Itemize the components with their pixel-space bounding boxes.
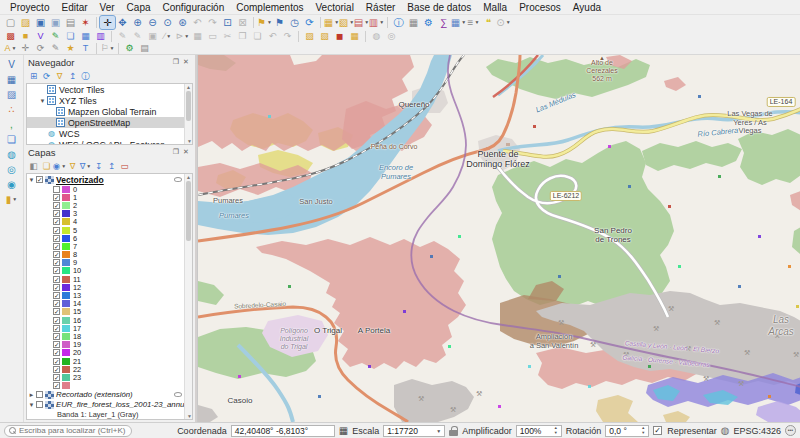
class-checkbox[interactable]: ✓ bbox=[53, 227, 60, 234]
add-selected-layers-button[interactable]: ⊞ bbox=[27, 70, 40, 82]
zoom-last-button[interactable]: ↶ bbox=[190, 16, 205, 29]
class-checkbox[interactable]: ✓ bbox=[53, 292, 60, 299]
layer-row[interactable]: ►Recortado (extensión) bbox=[27, 390, 192, 400]
browser-item-wfs-ogc-api-features[interactable]: ◍WFS / OGC API - Features bbox=[27, 139, 192, 145]
legend-class-row[interactable]: ✓14 bbox=[27, 300, 192, 308]
class-checkbox[interactable]: ✓ bbox=[53, 300, 60, 307]
zoom-in-button[interactable]: ⊕ bbox=[130, 16, 145, 29]
legend-class-row[interactable]: ✓16 bbox=[27, 316, 192, 324]
zoom-next-button[interactable]: ↷ bbox=[205, 16, 220, 29]
class-checkbox[interactable]: ✓ bbox=[53, 382, 60, 389]
open-data-source-manager-button[interactable]: ▩ bbox=[3, 31, 18, 42]
legend-class-row[interactable]: ✓13 bbox=[27, 291, 192, 299]
add-database-layer-button[interactable]: ❏ bbox=[3, 132, 21, 147]
collapse-all-button[interactable]: ↥ bbox=[105, 160, 118, 172]
menu-r-ster[interactable]: Ráster bbox=[360, 1, 401, 14]
pan-to-selection-button[interactable]: ✥ bbox=[115, 16, 130, 29]
legend-class-row[interactable]: ✓8 bbox=[27, 251, 192, 259]
new-bookmark-button[interactable]: ⚑▼ bbox=[257, 16, 272, 29]
add-wfs-layer-button[interactable]: ◉ bbox=[3, 177, 21, 192]
rotate-label-button[interactable]: ⟳ bbox=[33, 43, 48, 54]
legend-class-row[interactable]: 0 bbox=[27, 185, 192, 193]
crs-indicator[interactable]: EPSG:4326 bbox=[733, 426, 781, 436]
merge-features-button[interactable]: ◍ bbox=[369, 31, 384, 42]
modify-attributes-button[interactable]: ▦ bbox=[190, 31, 205, 42]
float-panel-icon[interactable]: ❐ bbox=[171, 148, 181, 156]
class-checkbox[interactable]: ✓ bbox=[53, 243, 60, 250]
add-group-button[interactable]: ❏ bbox=[40, 160, 53, 172]
class-checkbox[interactable]: ✓ bbox=[53, 276, 60, 283]
expander-icon[interactable]: ► bbox=[27, 392, 36, 398]
legend-class-row[interactable]: ✓20 bbox=[27, 349, 192, 357]
deselect-all-button[interactable]: ◼ bbox=[332, 31, 347, 42]
class-checkbox[interactable]: ✓ bbox=[53, 358, 60, 365]
legend-class-row[interactable]: ✓1 bbox=[27, 193, 192, 201]
browser-item-openstreetmap[interactable]: OpenStreetMap bbox=[27, 117, 192, 128]
close-panel-icon[interactable]: ✕ bbox=[181, 58, 191, 66]
new-3d-map-view-button[interactable]: ▧▼ bbox=[339, 16, 354, 29]
coordinate-capture-icon[interactable]: ▦ bbox=[339, 425, 348, 436]
browser-item-wcs[interactable]: ◍WCS bbox=[27, 128, 192, 139]
class-checkbox[interactable]: ✓ bbox=[53, 210, 60, 217]
menu-vectorial[interactable]: Vectorial bbox=[310, 1, 360, 14]
statistical-summary-button[interactable]: ∑ bbox=[436, 16, 451, 29]
open-layer-styling-button[interactable]: ◧ bbox=[27, 160, 40, 172]
layer-row[interactable]: ▼EUR_fire_forest_loss_2001-23_annual bbox=[27, 400, 192, 410]
class-checkbox[interactable]: ✓ bbox=[53, 259, 60, 266]
class-checkbox[interactable]: ✓ bbox=[53, 325, 60, 332]
vertex-tool-button[interactable]: ⊳▼ bbox=[175, 31, 190, 42]
pan-map-button[interactable]: ✛ bbox=[100, 16, 115, 29]
save-project-button[interactable]: ▣ bbox=[33, 16, 48, 29]
map-tips-button[interactable]: ❝ bbox=[481, 16, 496, 29]
current-edits-button[interactable]: ✎ bbox=[115, 31, 130, 42]
legend-class-row[interactable]: ✓11 bbox=[27, 275, 192, 283]
log-messages-button[interactable]: ▤ bbox=[137, 43, 152, 54]
class-checkbox[interactable]: ✓ bbox=[53, 366, 60, 373]
new-memory-layer-button[interactable]: ❏ bbox=[63, 31, 78, 42]
delete-selected-button[interactable]: ▭ bbox=[205, 31, 220, 42]
redo-button[interactable]: ↷ bbox=[280, 31, 295, 42]
class-checkbox[interactable]: ✓ bbox=[53, 218, 60, 225]
style-manager-button[interactable]: ✶ bbox=[78, 16, 93, 29]
refresh-map-button[interactable]: ⟳ bbox=[302, 16, 317, 29]
merge-attributes-button[interactable]: ◎ bbox=[384, 31, 399, 42]
select-all-button[interactable]: ▦ bbox=[347, 31, 362, 42]
zoom-to-selection-button[interactable]: ⊠ bbox=[235, 16, 250, 29]
render-toggle[interactable]: ✓ Representar bbox=[653, 426, 717, 436]
add-delimited-text-layer-button[interactable]: , bbox=[3, 117, 21, 132]
digitize-button[interactable]: ∕▼ bbox=[160, 31, 175, 42]
class-checkbox[interactable]: ✓ bbox=[53, 341, 60, 348]
class-checkbox[interactable]: ✓ bbox=[53, 202, 60, 209]
class-checkbox[interactable] bbox=[53, 186, 60, 193]
add-arcgis-layer-button[interactable]: ▮▼ bbox=[3, 192, 21, 207]
new-geopackage-layer-button[interactable]: ■ bbox=[18, 31, 33, 42]
copy-features-button[interactable]: ❐ bbox=[235, 31, 250, 42]
browser-properties-button[interactable]: ⓘ bbox=[79, 70, 92, 82]
legend-class-row[interactable]: ✓7 bbox=[27, 242, 192, 250]
measure-button[interactable]: ≡▼ bbox=[466, 16, 481, 29]
menu-proyecto[interactable]: Proyecto bbox=[4, 1, 55, 14]
menu-procesos[interactable]: Procesos bbox=[513, 1, 567, 14]
legend-class-row[interactable]: ✓5 bbox=[27, 226, 192, 234]
legend-class-row[interactable]: ✓3 bbox=[27, 210, 192, 218]
class-checkbox[interactable]: ✓ bbox=[53, 284, 60, 291]
legend-class-row[interactable]: ✓ bbox=[27, 382, 192, 390]
expander-icon[interactable]: ▼ bbox=[27, 402, 36, 408]
add-point-cloud-layer-button[interactable]: ∴ bbox=[3, 102, 21, 117]
class-checkbox[interactable]: ✓ bbox=[53, 333, 60, 340]
class-checkbox[interactable]: ✓ bbox=[53, 194, 60, 201]
browser-scrollbar[interactable]: ▲▼ bbox=[184, 84, 192, 144]
collapse-all-browser-button[interactable]: ↥ bbox=[66, 70, 79, 82]
layer-row-vectorizado[interactable]: ▼✓Vectorizado bbox=[27, 174, 192, 185]
browser-item-mapzen-global-terrain[interactable]: Mapzen Global Terrain bbox=[27, 106, 192, 117]
undo-button[interactable]: ↶ bbox=[265, 31, 280, 42]
zoom-full-button[interactable]: ⊛ bbox=[175, 16, 190, 29]
legend-class-row[interactable]: ✓9 bbox=[27, 259, 192, 267]
class-checkbox[interactable]: ✓ bbox=[53, 308, 60, 315]
class-checkbox[interactable]: ✓ bbox=[53, 374, 60, 381]
legend-class-row[interactable]: ✓18 bbox=[27, 332, 192, 340]
field-calculator-button[interactable]: ▦▼ bbox=[451, 16, 466, 29]
filter-legend-button[interactable]: ∇ bbox=[66, 160, 79, 172]
manage-map-themes-button[interactable]: ◉▼ bbox=[53, 160, 66, 172]
annotations-button[interactable]: ★ bbox=[63, 43, 78, 54]
